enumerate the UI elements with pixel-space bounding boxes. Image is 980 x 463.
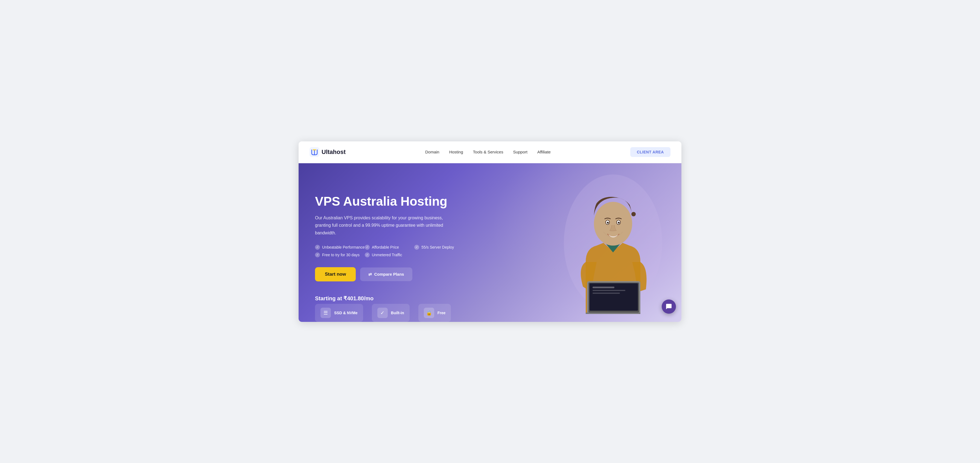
logo[interactable]: Ultahost <box>310 147 345 157</box>
check-icon-traffic: ✓ <box>365 252 370 257</box>
hero-buttons: Start now ⇄ Compare Plans <box>315 267 464 282</box>
nav-item-affiliate[interactable]: Affiliate <box>537 150 551 154</box>
person-svg <box>561 172 665 314</box>
nav-item-support[interactable]: Support <box>513 150 527 154</box>
nav-item-tools[interactable]: Tools & Services <box>473 150 503 154</box>
nav-links: Domain Hosting Tools & Services Support … <box>425 150 551 154</box>
nav-link-domain[interactable]: Domain <box>425 150 439 154</box>
nav-link-support[interactable]: Support <box>513 150 527 154</box>
svg-point-3 <box>594 202 632 246</box>
hero-section: VPS Australia Hosting Our Australian VPS… <box>299 163 681 322</box>
svg-point-11 <box>608 221 608 222</box>
feature-label-deploy: 55/s Server Deploy <box>422 245 454 250</box>
nav-item-domain[interactable]: Domain <box>425 150 439 154</box>
hero-title: VPS Australia Hosting <box>315 194 464 208</box>
feature-trial: ✓ Free to try for 30 days <box>315 252 365 257</box>
nav-link-affiliate[interactable]: Affiliate <box>537 150 551 154</box>
brand-name: Ultahost <box>321 148 345 156</box>
svg-rect-18 <box>593 293 620 294</box>
feature-label-price: Affordable Price <box>372 245 399 250</box>
pricing-text: Starting at ₹401.80/mo <box>315 295 464 302</box>
compare-icon: ⇄ <box>368 272 372 277</box>
svg-rect-17 <box>593 290 625 291</box>
check-icon-price: ✓ <box>365 245 370 250</box>
nav-item-hosting[interactable]: Hosting <box>449 150 463 154</box>
hero-content: VPS Australia Hosting Our Australian VPS… <box>299 163 480 322</box>
nav-link-tools[interactable]: Tools & Services <box>473 150 503 154</box>
logo-icon <box>310 147 320 157</box>
feature-label-trial: Free to try for 30 days <box>322 253 360 257</box>
svg-rect-19 <box>586 313 640 314</box>
hero-person-image <box>558 172 668 314</box>
start-now-button[interactable]: Start now <box>315 267 356 282</box>
svg-point-12 <box>619 221 619 222</box>
svg-point-4 <box>632 212 636 216</box>
feature-deploy: ✓ 55/s Server Deploy <box>414 245 464 250</box>
hero-subtitle: Our Australian VPS provides scalability … <box>315 214 457 237</box>
check-icon-trial: ✓ <box>315 252 320 257</box>
chat-bubble-button[interactable] <box>662 299 676 314</box>
client-area-button[interactable]: CLIENT AREA <box>630 147 670 157</box>
feature-performance: ✓ Unbeatable Performance <box>315 245 365 250</box>
nav-link-hosting[interactable]: Hosting <box>449 150 463 154</box>
browser-window: Ultahost Domain Hosting Tools & Services… <box>299 142 681 322</box>
features-grid: ✓ Unbeatable Performance ✓ Affordable Pr… <box>315 245 464 257</box>
svg-rect-16 <box>593 286 614 288</box>
compare-label: Compare Plans <box>374 272 404 277</box>
feature-price: ✓ Affordable Price <box>365 245 415 250</box>
feature-traffic: ✓ Unmetered Traffic <box>365 252 415 257</box>
check-icon-perf: ✓ <box>315 245 320 250</box>
chat-icon <box>665 303 672 310</box>
navbar: Ultahost Domain Hosting Tools & Services… <box>299 142 681 163</box>
check-icon-deploy: ✓ <box>414 245 419 250</box>
feature-label-traffic: Unmetered Traffic <box>372 253 402 257</box>
feature-label-perf: Unbeatable Performance <box>322 245 365 250</box>
compare-plans-button[interactable]: ⇄ Compare Plans <box>360 267 412 281</box>
